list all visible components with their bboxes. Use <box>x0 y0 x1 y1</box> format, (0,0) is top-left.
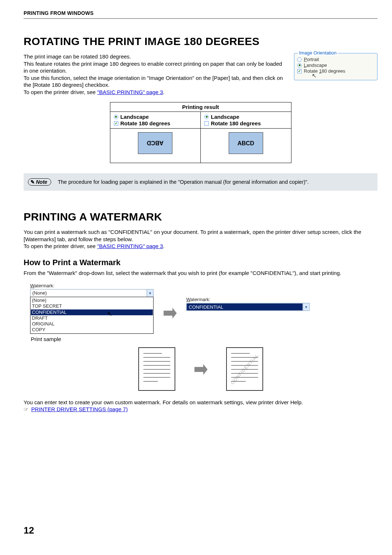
subsection-body: From the "Watermark" drop-down list, sel… <box>24 270 377 277</box>
option-top-secret[interactable]: TOP SECRET <box>31 303 153 309</box>
radio-checked-icon <box>297 63 302 68</box>
chevron-down-icon[interactable]: ▼ <box>147 289 153 297</box>
arrow-right-icon: ➡ <box>193 358 208 380</box>
portrait-radio-row[interactable]: Portrait <box>297 57 374 62</box>
s2-p2-pre: To open the printer driver, see <box>24 243 97 249</box>
pointer-icon: ☞ <box>24 406 28 412</box>
section2-body: You can print a watermark such as "CONFI… <box>24 228 377 250</box>
radio-unchecked-icon <box>297 57 302 62</box>
checkbox-checked-icon: ✓ <box>114 121 118 126</box>
table-header: Printing result <box>110 102 291 112</box>
table-cell-right-options: Landscape Rotate 180 degrees <box>201 112 291 129</box>
printer-driver-settings-link[interactable]: PRINTER DRIVER SETTINGS (page 7) <box>31 406 128 412</box>
watermark-panel-selected: Watermark: CONFIDENTIAL ▼ <box>186 297 310 311</box>
basic-printing-link-2[interactable]: "BASIC PRINTING" page 3 <box>97 243 163 249</box>
option-draft[interactable]: DRAFT <box>31 315 153 321</box>
s2-p1: You can print a watermark such as "CONFI… <box>24 229 361 242</box>
print-sample-label: Print sample <box>31 336 377 342</box>
preview-rotated: ABCD <box>110 129 201 163</box>
sample-page-plain <box>138 347 175 391</box>
arrow-right-icon: ➡ <box>163 302 177 324</box>
section2-foot: You can enter text to create your own cu… <box>24 399 377 413</box>
watermark-listbox[interactable]: (None) TOP SECRET CONFIDENTIAL ↖ DRAFT O… <box>30 297 154 334</box>
section1-title: ROTATING THE PRINT IMAGE 180 DEGREES <box>24 35 377 48</box>
option-original[interactable]: ORIGINAL <box>31 321 153 327</box>
note-badge: ✎ Note <box>28 178 51 186</box>
landscape-radio-row[interactable]: Landscape <box>297 62 374 68</box>
chevron-down-icon[interactable]: ▼ <box>303 303 309 311</box>
watermark-label: Watermark: <box>30 283 154 288</box>
preview-box-rotated: ABCD <box>138 132 172 154</box>
watermark-combobox-2[interactable]: CONFIDENTIAL ▼ <box>186 303 310 311</box>
orientation-legend: Image Orientation <box>298 50 338 56</box>
s1-p4-pre: To open the printer driver, see <box>24 89 97 95</box>
watermark-panel-open: Watermark: (None) ▼ (None) TOP SECRET CO… <box>30 283 154 334</box>
checkbox-unchecked-icon <box>204 121 209 126</box>
s1-p3: To use this function, select the image o… <box>24 75 283 88</box>
pencil-icon: ✎ <box>30 179 35 185</box>
watermark-label-2: Watermark: <box>186 297 310 302</box>
preview-box-normal: ABCD <box>229 132 263 154</box>
page-header: PRINTING FROM WINDOWS <box>24 10 377 19</box>
print-sample-row: ➡ CONFIDENTIAL <box>24 347 377 391</box>
section1-body: The print image can be rotated 180 degre… <box>24 53 283 96</box>
note-text: The procedure for loading paper is expla… <box>58 179 309 185</box>
rotate-checkbox-row[interactable]: ✓ Rotate 180 degrees <box>297 68 374 74</box>
radio-checked-icon <box>114 115 118 119</box>
cursor-icon: ↖ <box>312 74 374 78</box>
note-bar: ✎ Note The procedure for loading paper i… <box>24 173 377 191</box>
s1-p4-post: . <box>163 89 164 95</box>
section2-title: PRINTING A WATERMARK <box>24 211 377 223</box>
watermark-combobox[interactable]: (None) ▼ <box>30 289 154 297</box>
printing-result-table: Printing result Landscape ✓Rotate 180 de… <box>110 102 291 163</box>
sample-page-watermarked: CONFIDENTIAL <box>226 347 263 391</box>
page-number: 12 <box>24 525 34 536</box>
checkbox-checked-icon: ✓ <box>297 69 302 73</box>
s1-p2: This feature rotates the print image 180… <box>24 61 282 74</box>
image-orientation-groupbox: Image Orientation Portrait Landscape ✓ R… <box>294 53 377 80</box>
combo-value-selected: CONFIDENTIAL <box>187 303 303 311</box>
option-copy[interactable]: COPY <box>31 327 153 333</box>
s2-p2-post: . <box>163 243 164 249</box>
watermark-ui-row: Watermark: (None) ▼ (None) TOP SECRET CO… <box>30 283 377 334</box>
s1-p1: The print image can be rotated 180 degre… <box>24 53 131 60</box>
radio-checked-icon <box>204 115 209 119</box>
subsection-title: How to Print a Watermark <box>24 258 377 267</box>
s2-p3: You can enter text to create your own cu… <box>24 399 303 405</box>
basic-printing-link-1[interactable]: "BASIC PRINTING" page 3 <box>97 89 163 95</box>
option-none[interactable]: (None) <box>31 297 153 303</box>
combo-value: (None) <box>30 289 147 297</box>
preview-normal: ABCD <box>201 129 291 163</box>
table-cell-left-options: Landscape ✓Rotate 180 degrees <box>110 112 201 129</box>
option-confidential[interactable]: CONFIDENTIAL ↖ <box>31 309 153 315</box>
